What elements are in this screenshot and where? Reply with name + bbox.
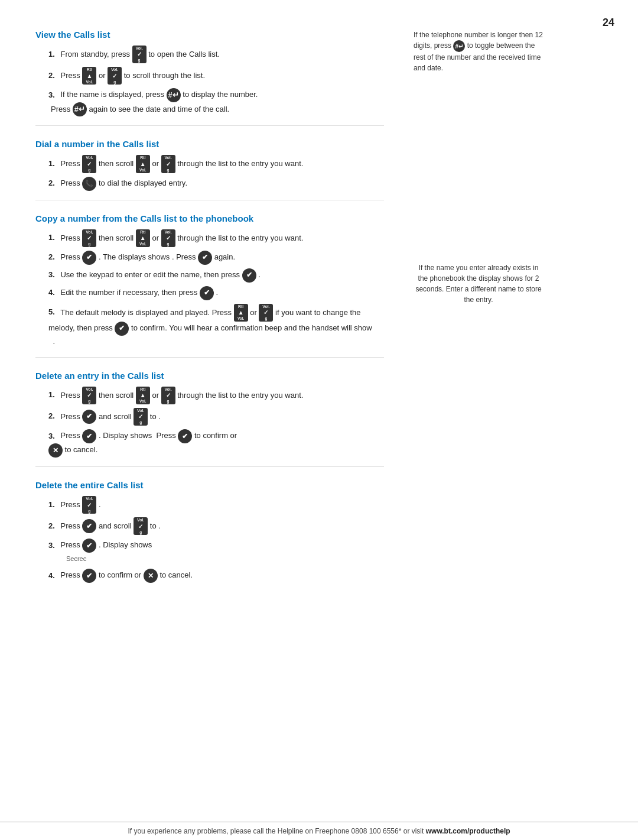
section-title-view-calls: View the Calls list	[35, 30, 384, 40]
divider	[35, 125, 384, 126]
step-item: Edit the number if necessary, then press…	[46, 286, 384, 300]
sidebar: If the telephone number is longer then 1…	[402, 30, 543, 798]
divider3	[35, 357, 384, 358]
ok-btn11: ✔	[82, 569, 96, 583]
ok-btn2: ✔	[198, 251, 212, 265]
nav-up-key: Rtl ▲ Vol.	[136, 155, 150, 173]
section-title-delete-entry: Delete an entry in the Calls list	[35, 371, 384, 381]
ok-btn8: ✔	[178, 429, 192, 443]
step-item: Press ✔ . Display shows Secrec	[46, 539, 384, 565]
vol-key9: Vol. ✓ g	[82, 496, 96, 514]
vol-key5: Vol. ✓ g	[259, 304, 273, 322]
step-item: If the name is displayed, press #↵ to di…	[46, 88, 384, 116]
vol-key4: Vol. ✓ g	[161, 229, 175, 247]
dial-steps: Press Vol. ✓ g then scroll Rtl ▲ Vol. or	[46, 155, 384, 190]
vol-key6: Vol. ✓ g	[82, 387, 96, 404]
ok-btn9: ✔	[82, 519, 96, 533]
delete-all-steps: Press Vol. ✓ g . Press ✔ and scroll Vol.…	[46, 496, 384, 583]
step-item: Press ✔ and scroll Vol. ✓ g to .	[46, 517, 384, 535]
sidebar-note-2: If the name you enter already exists in …	[414, 262, 543, 305]
call-btn: 📞	[82, 177, 96, 191]
vol-key8: Vol. ✓ g	[134, 408, 148, 426]
step-item: Press Vol. ✓ g .	[46, 496, 384, 514]
page: 24 View the Calls list From standby, pre…	[0, 0, 638, 840]
nav-up-key3: Rtl ▲ Vol.	[234, 304, 248, 322]
x-btn: ✕	[48, 443, 63, 458]
step-item: Press ✔ . The displays shows . Press ✔ a…	[46, 251, 384, 265]
vol-up-key: Rtl ▲ Vol.	[82, 67, 96, 85]
ok-btn7: ✔	[82, 429, 96, 443]
sidebar-note-1-text: If the telephone number is longer then 1…	[414, 31, 543, 72]
nav-up-key2: Rtl ▲ Vol.	[136, 229, 150, 247]
view-calls-steps: From standby, press Vol. ✓ g to open the…	[46, 46, 384, 116]
page-number: 24	[603, 17, 614, 29]
step-item: Press Rtl ▲ Vol. or Vol. ✓ g to scroll t…	[46, 67, 384, 85]
vol-down-key: Vol. ✓ g	[132, 46, 147, 63]
step-item: Press Vol. ✓ g then scroll Rtl ▲ Vol. or	[46, 155, 384, 173]
step-item: Press ✔ and scroll Vol. ✓ g to .	[46, 408, 384, 426]
ok-btn4: ✔	[200, 286, 214, 300]
hash-btn-side: #↵	[453, 40, 465, 52]
content-area: View the Calls list From standby, press …	[0, 0, 638, 822]
section-title-delete-all: Delete the entire Calls list	[35, 480, 384, 490]
delete-entry-steps: Press Vol. ✓ g then scroll Rtl ▲ Vol. or	[46, 387, 384, 458]
step-item: Press Vol. ✓ g then scroll Rtl ▲ Vol. or	[46, 387, 384, 404]
section-title-dial: Dial a number in the Calls list	[35, 139, 384, 149]
step-item: Press ✔ . Display shows Press ✔ to confi…	[46, 429, 384, 458]
hash-btn: #↵	[167, 88, 181, 102]
sidebar-note-1: If the telephone number is longer then 1…	[414, 30, 543, 73]
vol-key2: Vol. ✓ g	[161, 155, 175, 173]
step-item: Press Vol. ✓ g then scroll Rtl ▲ Vol. or	[46, 229, 384, 247]
ok-btn10: ✔	[82, 539, 96, 553]
ok-btn5: ✔	[115, 322, 129, 336]
footer-text: If you experience any problems, please c…	[128, 827, 425, 835]
vol-down-key2: Vol. ✓ g	[108, 67, 122, 85]
hash-btn2: #↵	[73, 102, 87, 116]
section-title-copy: Copy a number from the Calls list to the…	[35, 213, 384, 223]
step-item: From standby, press Vol. ✓ g to open the…	[46, 46, 384, 63]
step-item: Press ✔ to confirm or ✕ to cancel.	[46, 569, 384, 583]
x-btn2: ✕	[144, 569, 158, 583]
footer: If you experience any problems, please c…	[0, 822, 638, 840]
sidebar-note-2-text: If the name you enter already exists in …	[415, 264, 541, 304]
ok-btn6: ✔	[82, 410, 96, 424]
step-item: Press 📞 to dial the displayed entry.	[46, 177, 384, 191]
vol-key: Vol. ✓ g	[82, 155, 96, 173]
step-item: Use the keypad to enter or edit the name…	[46, 268, 384, 283]
footer-link[interactable]: www.bt.com/producthelp	[426, 827, 510, 835]
step-item: The default melody is displayed and play…	[46, 304, 384, 348]
ok-btn: ✔	[82, 251, 96, 265]
vol-key10: Vol. ✓ g	[134, 517, 148, 535]
divider4	[35, 466, 384, 467]
main-content: View the Calls list From standby, press …	[35, 30, 402, 798]
divider2	[35, 200, 384, 200]
copy-steps: Press Vol. ✓ g then scroll Rtl ▲ Vol. or	[46, 229, 384, 348]
nav-up-key4: Rtl ▲ Vol.	[136, 387, 150, 404]
vol-key7: Vol. ✓ g	[161, 387, 175, 404]
ok-btn3: ✔	[242, 268, 256, 283]
vol-key3: Vol. ✓ g	[82, 229, 96, 247]
